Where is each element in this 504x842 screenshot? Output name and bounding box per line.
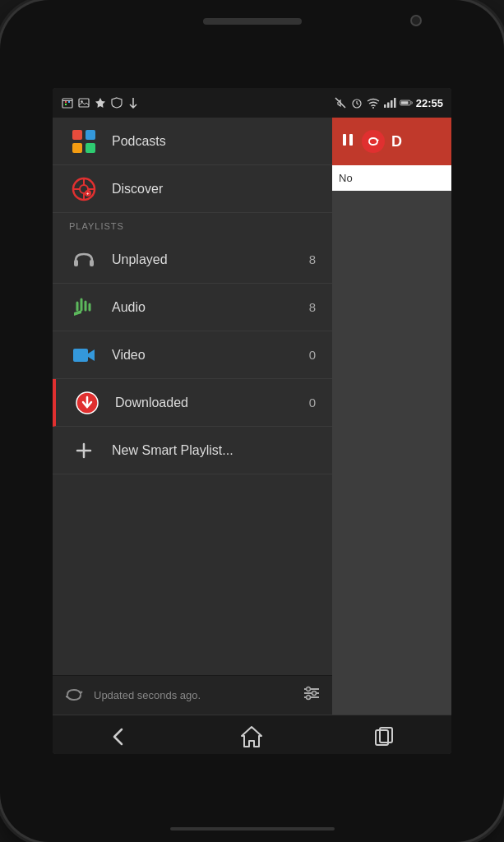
drawer-item-downloaded[interactable]: Downloaded 0 — [53, 379, 332, 427]
right-panel-lower: No — [332, 165, 451, 191]
nav-home-button[interactable] — [227, 721, 276, 752]
refresh-button[interactable] — [362, 130, 385, 153]
pin-icon — [94, 96, 107, 109]
svg-point-11 — [372, 107, 374, 109]
svg-line-10 — [357, 104, 358, 104]
drawer-item-podcasts[interactable]: Podcasts — [53, 118, 332, 165]
svg-rect-12 — [384, 104, 386, 108]
svg-rect-2 — [68, 101, 70, 103]
phone-home-indicator — [170, 827, 335, 830]
svg-point-42 — [312, 692, 317, 696]
svg-rect-30 — [74, 260, 78, 266]
svg-rect-3 — [65, 104, 67, 105]
drawer-item-unplayed[interactable]: Unplayed 8 — [53, 236, 332, 284]
status-bar: 22:55 — [53, 88, 451, 118]
add-playlist-icon — [69, 436, 99, 465]
svg-rect-0 — [62, 99, 72, 108]
shield-icon — [110, 96, 123, 109]
phone-screen: 22:55 Podcasts — [53, 88, 451, 754]
unplayed-count: 8 — [309, 252, 316, 266]
downloaded-label: Downloaded — [115, 396, 309, 410]
drawer-item-discover[interactable]: + Discover — [53, 165, 332, 213]
discover-label: Discover — [112, 182, 316, 197]
svg-rect-44 — [343, 134, 346, 146]
svg-rect-17 — [401, 101, 409, 104]
podcasts-label: Podcasts — [112, 134, 316, 149]
image-icon — [77, 96, 90, 109]
drawer-spacer — [53, 474, 332, 675]
new-playlist-label: New Smart Playlist... — [112, 443, 316, 458]
phone-camera — [410, 15, 422, 26]
drawer-item-audio[interactable]: Audio 8 — [53, 284, 332, 331]
svg-rect-45 — [349, 134, 353, 146]
svg-rect-14 — [391, 100, 393, 108]
alarm-icon — [350, 96, 363, 109]
drawer-item-video[interactable]: Video 0 — [53, 331, 332, 379]
video-label: Video — [112, 348, 309, 363]
nav-recents-button[interactable] — [360, 721, 409, 752]
calendar-icon — [61, 96, 74, 109]
nav-bar — [53, 715, 451, 754]
drawer-footer: Updated seconds ago. — [53, 675, 332, 715]
footer-refresh-icon — [64, 685, 86, 706]
download-status-icon — [127, 96, 140, 109]
right-panel-header: D — [332, 118, 451, 165]
audio-label: Audio — [112, 300, 309, 315]
svg-rect-15 — [394, 98, 396, 108]
audio-icon — [69, 293, 99, 322]
audio-count: 8 — [309, 300, 316, 314]
phone-speaker — [203, 18, 302, 25]
downloaded-count: 0 — [309, 396, 316, 409]
mute-icon — [334, 96, 347, 109]
svg-rect-31 — [90, 260, 94, 266]
svg-point-43 — [307, 696, 311, 700]
screen-content: Podcasts + — [53, 118, 451, 715]
headphones-icon — [69, 245, 99, 275]
video-count: 0 — [309, 348, 316, 362]
signal-icon — [383, 96, 396, 109]
svg-rect-1 — [65, 101, 67, 103]
svg-rect-18 — [72, 130, 82, 140]
download-circle-icon — [72, 388, 102, 418]
unplayed-label: Unplayed — [112, 252, 309, 267]
video-icon — [69, 340, 99, 370]
svg-rect-32 — [73, 349, 88, 362]
status-icons-left — [61, 96, 140, 109]
drawer-panel: Podcasts + — [53, 118, 332, 715]
discover-icon: + — [69, 174, 99, 204]
nav-back-button[interactable] — [95, 721, 144, 752]
svg-rect-19 — [86, 130, 95, 140]
status-time: 22:55 — [416, 97, 443, 109]
svg-rect-20 — [72, 143, 82, 153]
svg-rect-5 — [79, 99, 89, 107]
right-panel-title-partial: D — [391, 133, 402, 150]
svg-rect-13 — [387, 103, 390, 109]
svg-point-41 — [307, 687, 311, 692]
footer-updated-text: Updated seconds ago. — [94, 689, 303, 701]
drawer-item-new-playlist[interactable]: New Smart Playlist... — [53, 427, 332, 474]
podcasts-grid-icon — [69, 127, 99, 156]
svg-marker-46 — [242, 727, 261, 747]
svg-text:+: + — [86, 191, 90, 196]
wifi-icon — [367, 96, 380, 109]
playlists-section-header: PLAYLISTS — [53, 213, 332, 236]
phone-device: 22:55 Podcasts — [0, 0, 504, 842]
svg-marker-33 — [88, 349, 95, 361]
battery-icon — [400, 96, 413, 109]
right-panel: D No — [332, 118, 451, 715]
footer-settings-icon[interactable] — [303, 684, 321, 706]
svg-rect-21 — [86, 143, 95, 153]
pause-icon — [340, 132, 355, 151]
status-icons-right: 22:55 — [334, 96, 443, 109]
